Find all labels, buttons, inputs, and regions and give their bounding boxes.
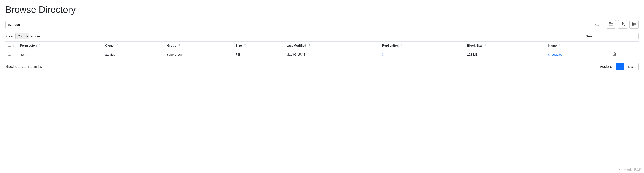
cell-last-modified: May 09 15:44	[284, 50, 379, 59]
list-button[interactable]	[630, 20, 639, 29]
showing-text: Showing 1 to 1 of 1 entries	[5, 65, 42, 68]
replication-link[interactable]: 3	[382, 53, 384, 56]
sort-icon-size[interactable]: ⇵	[244, 44, 246, 47]
cell-delete	[610, 50, 639, 59]
row-checkbox[interactable]	[8, 53, 11, 56]
cell-block-size: 128 MB	[464, 50, 546, 59]
pagination: Previous 1 Next	[596, 63, 639, 70]
sort-icon-permission[interactable]: ⇵	[38, 44, 40, 47]
page-number[interactable]: 1	[616, 63, 624, 70]
show-label: Show	[5, 34, 14, 38]
col-owner: Owner ⇵	[102, 42, 164, 50]
table-row: -rw-r--r-- atguigu supergroup 7 B May 09…	[5, 50, 639, 59]
group-link[interactable]: supergroup	[167, 53, 183, 56]
file-name-link[interactable]: shuguo.txt	[548, 53, 562, 56]
select-all-col: ⇵	[5, 42, 18, 50]
cell-permission: -rw-r--r--	[18, 50, 102, 59]
delete-icon[interactable]	[612, 53, 616, 57]
search-input[interactable]	[599, 33, 639, 39]
list-icon	[632, 22, 636, 27]
show-entries: Show 10 25 50 100 entries	[5, 33, 41, 39]
col-group: Group ⇵	[164, 42, 233, 50]
search-label: Search:	[586, 34, 597, 38]
col-last-modified: Last Modified ⇵	[284, 42, 379, 50]
row-checkbox-cell	[5, 50, 18, 59]
owner-link[interactable]: atguigu	[105, 53, 115, 56]
sort-icon-name[interactable]: ⇵	[558, 44, 561, 47]
entries-label: entries	[31, 34, 41, 38]
upload-button[interactable]	[618, 20, 627, 29]
col-size: Size ⇵	[233, 42, 284, 50]
cell-owner: atguigu	[102, 50, 164, 59]
page-title: Browse Directory	[5, 4, 639, 15]
col-block-size: Block Size ⇵	[464, 42, 546, 50]
col-actions	[610, 42, 639, 50]
sort-icon-group[interactable]: ⇵	[178, 44, 180, 47]
sort-icon-replication[interactable]: ⇵	[400, 44, 403, 47]
cell-name: shuguo.txt	[546, 50, 610, 59]
svg-rect-0	[632, 22, 636, 26]
col-name: Name ⇵	[546, 42, 610, 50]
folder-button[interactable]	[606, 20, 616, 29]
sort-icon-block-size[interactable]: ⇵	[484, 44, 487, 47]
search-box: Search:	[586, 33, 639, 39]
entries-select[interactable]: 10 25 50 100	[16, 33, 29, 39]
folder-icon	[609, 22, 613, 27]
sort-icon-last-modified[interactable]: ⇵	[308, 44, 310, 47]
table-controls: Show 10 25 50 100 entries Search:	[5, 33, 639, 39]
path-input[interactable]	[5, 21, 589, 28]
cell-replication: 3	[380, 50, 464, 59]
directory-table: ⇵ Permission ⇵ Owner ⇵ Group ⇵	[5, 41, 639, 59]
cell-size: 7 B	[233, 50, 284, 59]
path-bar: Go!	[5, 20, 639, 29]
upload-icon	[621, 22, 624, 27]
permission-link[interactable]: -rw-r--r--	[20, 53, 32, 56]
go-button[interactable]: Go!	[592, 21, 604, 28]
col-replication: Replication ⇵	[380, 42, 464, 50]
next-button[interactable]: Next	[624, 63, 639, 70]
cell-group: supergroup	[164, 50, 233, 59]
footer-row: Showing 1 to 1 of 1 entries Previous 1 N…	[5, 63, 639, 70]
sort-icon-select: ⇵	[12, 44, 15, 47]
col-permission: Permission ⇵	[18, 42, 102, 50]
sort-icon-owner[interactable]: ⇵	[116, 44, 118, 47]
select-all-checkbox[interactable]	[8, 44, 11, 47]
previous-button[interactable]: Previous	[596, 63, 616, 70]
